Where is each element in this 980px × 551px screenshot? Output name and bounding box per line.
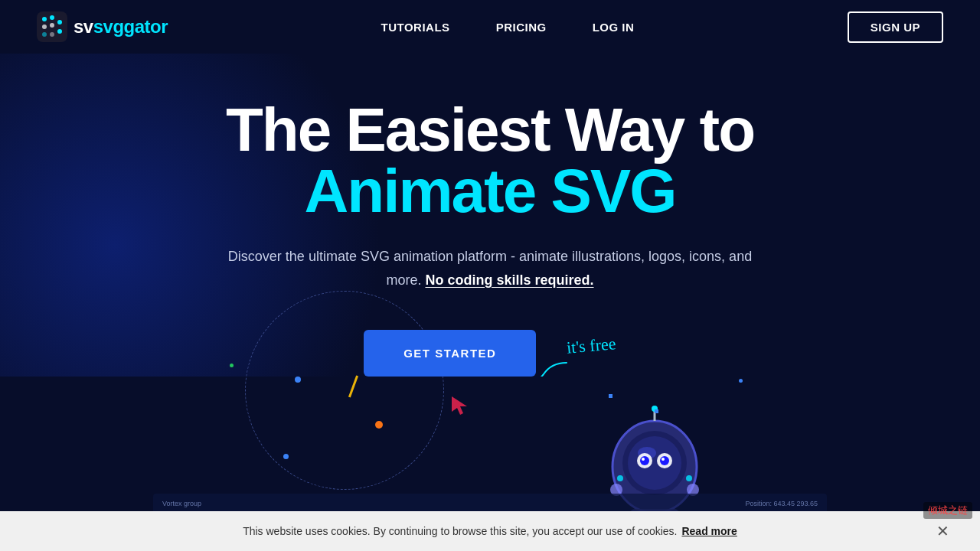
- svg-point-6: [57, 29, 62, 34]
- logo-svg-part: sv: [74, 16, 93, 37]
- watermark: 倾城之链: [923, 502, 972, 519]
- deco-cursor-icon: [452, 396, 473, 421]
- svg-point-26: [617, 475, 623, 481]
- cookie-message: This website uses cookies. By continuing…: [243, 525, 677, 537]
- its-free-label: it's free: [567, 344, 616, 364]
- hero-subtitle: Discover the ultimate SVG animation plat…: [222, 245, 758, 292]
- svg-point-12: [628, 436, 681, 490]
- svg-point-18: [642, 458, 645, 461]
- nav-actions: SIGN UP: [848, 11, 943, 43]
- nav-links: TUTORIALS PRICING LOG IN: [381, 21, 635, 34]
- deco-dot-right-3: [739, 379, 743, 383]
- cookie-read-more-link[interactable]: Read more: [681, 525, 737, 537]
- hero-title-line1: The Easiest Way to: [226, 99, 754, 161]
- svg-point-5: [57, 20, 62, 24]
- deco-dot-blue-2: [283, 454, 289, 459]
- logo-icon: [37, 11, 67, 42]
- app-position-label: Position: 643.45 293.65: [745, 500, 818, 507]
- get-started-button[interactable]: GET STARTED: [364, 330, 536, 377]
- hero-title-line2: Animate SVG: [305, 161, 676, 222]
- svg-point-3: [42, 24, 47, 29]
- deco-dot-right-2: [655, 409, 658, 413]
- svg-point-1: [42, 17, 47, 21]
- svg-point-27: [686, 475, 692, 481]
- deco-dot-green: [230, 364, 234, 367]
- its-free-arrow-icon: [528, 359, 570, 377]
- logo-text: svsvggator: [74, 16, 168, 37]
- logo[interactable]: svsvggator: [37, 11, 168, 42]
- hero-subtitle-highlight: No coding skills required.: [425, 272, 593, 288]
- app-group-label: Vortex group: [162, 500, 201, 507]
- hero-section: The Easiest Way to Animate SVG Discover …: [0, 54, 980, 377]
- svg-point-8: [50, 32, 54, 37]
- deco-dot-orange: [375, 421, 383, 429]
- svg-point-17: [660, 456, 669, 465]
- svg-point-4: [50, 23, 54, 28]
- deco-dot-blue-1: [295, 377, 301, 383]
- svg-point-2: [50, 15, 54, 20]
- nav-link-login[interactable]: LOG IN: [593, 21, 635, 34]
- hero-cta-area: GET STARTED it's free: [364, 330, 616, 377]
- svg-point-19: [662, 458, 665, 461]
- signup-button[interactable]: SIGN UP: [848, 11, 943, 43]
- app-ui-bar: Vortex group Position: 643.45 293.65: [153, 494, 827, 513]
- nav-link-pricing[interactable]: PRICING: [496, 21, 547, 34]
- navbar: svsvggator TUTORIALS PRICING LOG IN SIGN…: [0, 0, 980, 54]
- cookie-banner: This website uses cookies. By continuing…: [0, 511, 980, 551]
- svg-marker-9: [452, 396, 467, 415]
- svg-point-7: [42, 32, 47, 37]
- deco-circle: [245, 291, 444, 490]
- cookie-close-button[interactable]: ✕: [936, 522, 949, 540]
- deco-dot-right-1: [609, 394, 612, 398]
- nav-link-tutorials[interactable]: TUTORIALS: [381, 21, 450, 34]
- its-free-text: it's free: [566, 334, 616, 358]
- svg-point-16: [640, 456, 649, 465]
